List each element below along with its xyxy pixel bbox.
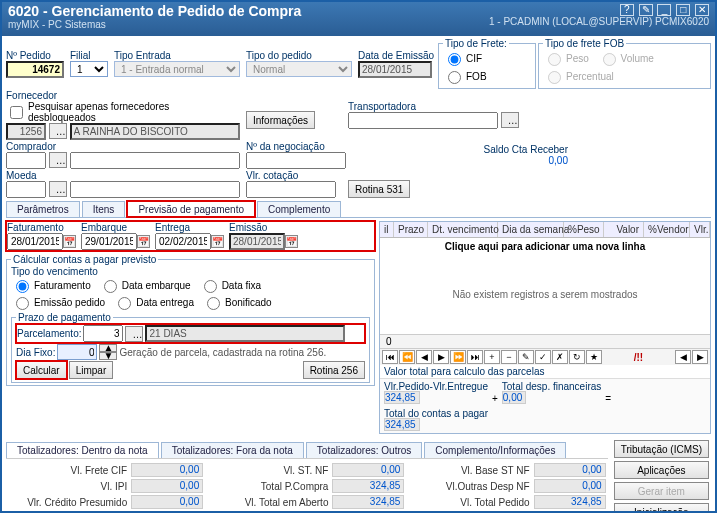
tab-itens[interactable]: Itens	[82, 201, 126, 217]
totalaberto-value: 324,85	[332, 495, 404, 509]
cotacao-input[interactable]	[246, 181, 336, 198]
fornecedor-label: Fornecedor	[6, 90, 57, 101]
grid-record-label: /!!	[603, 352, 674, 363]
prazo-label: Prazo de pagamento	[16, 312, 113, 323]
dataemissao-label: Data de Emissão	[358, 50, 434, 61]
tv-datafixa-radio[interactable]	[204, 280, 217, 293]
comprador-cod-input[interactable]	[6, 152, 46, 169]
tv-emissaopedido-radio[interactable]	[16, 297, 29, 310]
minimize-icon[interactable]: _	[657, 4, 671, 16]
calendar-icon[interactable]	[137, 235, 150, 248]
grid-header: il Prazo Dt. vencimento Dia da semana %P…	[380, 222, 710, 238]
calendar-icon[interactable]	[63, 235, 76, 248]
moeda-nome-input[interactable]	[70, 181, 240, 198]
nav-add-icon[interactable]: +	[484, 350, 500, 364]
parcelas-grid: il Prazo Dt. vencimento Dia da semana %P…	[379, 221, 711, 434]
frete-fob-radio[interactable]	[448, 71, 461, 84]
faturamento-input[interactable]	[7, 233, 63, 250]
entrega-input[interactable]	[155, 233, 211, 250]
tv-dataembarque-radio[interactable]	[104, 280, 117, 293]
faturamento-label: Faturamento	[7, 222, 64, 233]
diafixo-input[interactable]	[57, 344, 97, 360]
ipi-value: 0,00	[131, 479, 203, 493]
tv-dataentrega-radio[interactable]	[118, 297, 131, 310]
tipovenc-label: Tipo do vencimento	[11, 266, 98, 277]
diafixo-down-icon[interactable]: ▼	[99, 352, 117, 360]
fornecedor-lookup-button[interactable]: …	[49, 123, 67, 139]
tab-outros[interactable]: Totalizadores: Outros	[306, 442, 423, 458]
calcular-button[interactable]: Calcular	[16, 361, 67, 379]
nav-first-icon[interactable]: ⏮	[382, 350, 398, 364]
nav-refresh-icon[interactable]: ↻	[569, 350, 585, 364]
totalpcompra-label: Total P.Compra	[209, 481, 332, 492]
help-icon[interactable]: ?	[620, 4, 634, 16]
emissao-input	[229, 233, 285, 250]
nav-nextpage-icon[interactable]: ⏩	[450, 350, 466, 364]
npedido-label: Nº Pedido	[6, 50, 51, 61]
limpar-button[interactable]: Limpar	[69, 361, 114, 379]
transportadora-label: Transportadora	[348, 101, 416, 112]
tab-previsao[interactable]: Previsão de pagamento	[127, 201, 255, 217]
nav-ok-icon[interactable]: ✓	[535, 350, 551, 364]
nav-del-icon[interactable]: −	[501, 350, 517, 364]
geraritem-button: Gerar item	[614, 482, 709, 500]
fretecif-label: Vl. Frete CIF	[8, 465, 131, 476]
npedido-input[interactable]	[6, 61, 64, 78]
nav-prev-icon[interactable]: ◀	[416, 350, 432, 364]
tipopedido-select[interactable]: Normal	[246, 61, 352, 77]
outrasdesp-label: Vl.Outras Desp NF	[410, 481, 533, 492]
tributacao-button[interactable]: Tributação (ICMS)	[614, 440, 709, 458]
inicializacao-button[interactable]: Inicialização	[614, 503, 709, 513]
transportadora-lookup-button[interactable]: …	[501, 112, 519, 128]
calc-group-title: Cálcular contas a pagar previsto	[11, 254, 158, 265]
negociacao-input[interactable]	[246, 152, 346, 169]
close-icon[interactable]: ✕	[695, 4, 709, 16]
pesquisar-check[interactable]	[10, 106, 23, 119]
tab-parametros[interactable]: Parâmetros	[6, 201, 80, 217]
nav-prevpage-icon[interactable]: ⏪	[399, 350, 415, 364]
rotina531-button[interactable]: Rotina 531	[348, 180, 410, 198]
credpres-label: Vlr. Crédito Presumido	[8, 497, 131, 508]
nav-scroll-right-icon[interactable]: ▶	[692, 350, 708, 364]
nav-bookmark-icon[interactable]: ★	[586, 350, 602, 364]
filial-select[interactable]: 1	[70, 61, 108, 77]
tv-faturamento-radio[interactable]	[16, 280, 29, 293]
nav-next-icon[interactable]: ▶	[433, 350, 449, 364]
grid-new-row-hint[interactable]: Clique aqui para adicionar uma nova linh…	[380, 238, 710, 255]
calendar-icon[interactable]	[285, 235, 298, 248]
tab-complemento[interactable]: Complemento	[257, 201, 341, 217]
embarque-label: Embarque	[81, 222, 127, 233]
nav-edit-icon[interactable]: ✎	[518, 350, 534, 364]
informacoes-button[interactable]: Informações	[246, 111, 315, 129]
comprador-nome-input[interactable]	[70, 152, 240, 169]
moeda-lookup-button[interactable]: …	[49, 181, 67, 197]
dataemissao-input	[358, 61, 432, 78]
tab-dentro[interactable]: Totalizadores: Dentro da nota	[6, 442, 159, 458]
tab-fora[interactable]: Totalizadores: Fora da nota	[161, 442, 304, 458]
calendar-icon[interactable]	[211, 235, 224, 248]
main-tabs: Parâmetros Itens Previsão de pagamento C…	[6, 201, 711, 218]
fornecedor-nome-input	[70, 123, 240, 140]
tipoentrada-label: Tipo Entrada	[114, 50, 171, 61]
tab-compl[interactable]: Complemento/Informações	[424, 442, 566, 458]
tipofrete-label: Tipo de Frete:	[443, 38, 509, 49]
moeda-cod-input[interactable]	[6, 181, 46, 198]
maximize-icon[interactable]: □	[676, 4, 690, 16]
tool-icon[interactable]: ✎	[639, 4, 653, 16]
tipofretefob-label: Tipo de frete FOB	[543, 38, 626, 49]
embarque-input[interactable]	[81, 233, 137, 250]
nav-cancel-icon[interactable]: ✗	[552, 350, 568, 364]
basest-label: Vl. Base ST NF	[410, 465, 533, 476]
nav-scroll-left-icon[interactable]: ◀	[675, 350, 691, 364]
parcelamento-input[interactable]	[83, 325, 123, 342]
transportadora-input[interactable]	[348, 112, 498, 129]
parcelamento-lookup-button[interactable]: …	[125, 326, 143, 342]
context-label: 1 - PCADMIN (LOCAL@SUPERVIP) PCMIX6020	[489, 16, 709, 27]
comprador-lookup-button[interactable]: …	[49, 152, 67, 168]
tipoentrada-select[interactable]: 1 - Entrada normal	[114, 61, 240, 77]
frete-cif-radio[interactable]	[448, 53, 461, 66]
tv-bonificado-radio[interactable]	[207, 297, 220, 310]
aplicacoes-button[interactable]: Aplicações	[614, 461, 709, 479]
nav-last-icon[interactable]: ⏭	[467, 350, 483, 364]
rotina256-button[interactable]: Rotina 256	[303, 361, 365, 379]
